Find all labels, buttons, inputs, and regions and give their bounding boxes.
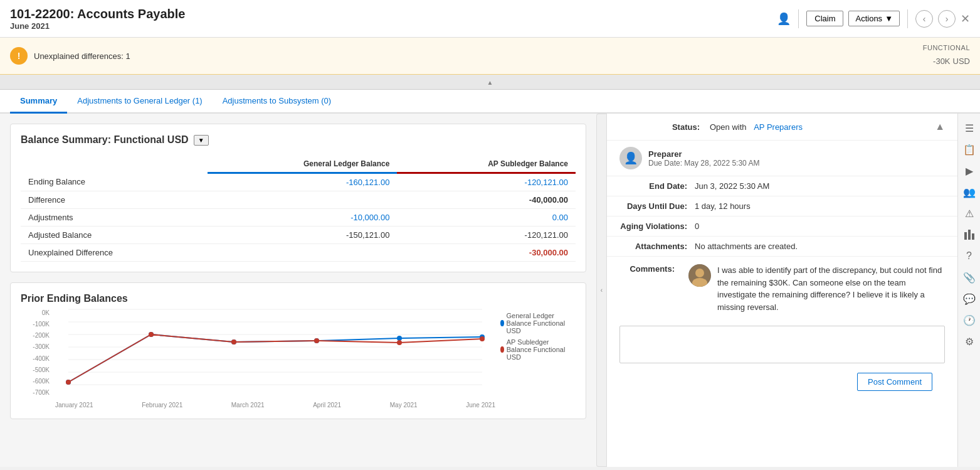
preparer-name: Preparer — [648, 149, 759, 159]
end-date-label: End Date: — [607, 181, 695, 191]
balance-row-0: Ending Balance-160,121.00-120,121.00 — [21, 173, 576, 191]
x-label-jan: January 2021 — [55, 402, 93, 409]
attachments-row: Attachments: No attachments are created. — [607, 237, 957, 257]
balance-summary-title: Balance Summary: Functional USD ▼ — [21, 134, 576, 146]
ap-dot-feb — [149, 332, 154, 337]
days-until-due-row: Days Until Due: 1 day, 12 hours — [607, 196, 957, 216]
aging-violations-label: Aging Violations: — [607, 222, 695, 231]
chart-svg — [55, 309, 495, 397]
actions-label: Actions — [855, 14, 882, 23]
sidebar-list-icon[interactable]: ☰ — [960, 119, 979, 137]
comment-body: I was able to identify part of the discr… — [717, 264, 945, 313]
x-label-jun: June 2021 — [466, 402, 495, 409]
balance-summary-dropdown[interactable]: ▼ — [194, 135, 209, 146]
warning-message: Unexplained differences: 1 — [34, 51, 130, 61]
row-gl-3: -150,121.00 — [208, 227, 398, 244]
ap-dot-apr — [314, 338, 319, 343]
x-label-may: May 2021 — [390, 402, 418, 409]
warning-icon: ! — [10, 47, 28, 65]
sidebar-help-icon[interactable]: ? — [960, 247, 979, 265]
svg-rect-12 — [972, 233, 974, 240]
header-right: 👤 Claim Actions ▼ ‹ › ✕ — [777, 9, 970, 28]
claim-button[interactable]: Claim — [806, 11, 843, 26]
sidebar-warning-icon[interactable]: ⚠ — [960, 204, 979, 223]
warning-banner: ! Unexplained differences: 1 FUNCTIONAL … — [0, 38, 980, 75]
collapse-handle[interactable]: ‹ — [596, 114, 606, 467]
tab-summary-label: Summary — [20, 96, 57, 105]
account-title: 101-22200: Accounts Payable — [10, 7, 185, 21]
right-panel-wrapper: ‹ Status: Open with AP Preparers ▲ 👤 Pre… — [596, 114, 980, 467]
tab-adjustments-gl[interactable]: Adjustments to General Ledger (1) — [67, 90, 212, 114]
status-link[interactable]: AP Preparers — [754, 122, 803, 132]
ap-line — [68, 334, 482, 382]
balance-table: General Ledger Balance AP Subledger Bala… — [21, 156, 576, 262]
balance-row-1: Difference-40,000.00 — [21, 191, 576, 209]
sidebar-settings-icon[interactable]: ⚙ — [960, 332, 979, 351]
ap-dot-jan — [66, 380, 71, 385]
balance-summary-card: Balance Summary: Functional USD ▼ Genera… — [10, 124, 586, 272]
row-label-2: Adjustments — [21, 209, 208, 227]
sidebar-play-icon[interactable]: ▶ — [960, 161, 979, 180]
warning-left: ! Unexplained differences: 1 — [10, 47, 130, 65]
actions-button[interactable]: Actions ▼ — [848, 11, 900, 26]
collapse-bar[interactable]: ▲ — [0, 75, 980, 90]
row-label-4: Unexplained Difference — [21, 244, 208, 262]
tab-adjustments-subsystem[interactable]: Adjustments to Subsystem (0) — [213, 90, 341, 114]
row-gl-2: -10,000.00 — [208, 209, 398, 227]
preparer-avatar-icon: 👤 — [624, 151, 638, 165]
balance-row-3: Adjusted Balance-150,121.00-120,121.00 — [21, 227, 576, 244]
legend-gl-label: General Ledger Balance Functional USD — [507, 312, 576, 334]
commenter-avatar-svg — [688, 264, 711, 287]
functional-amount: -30KUSD — [923, 51, 970, 68]
nav-next-button[interactable]: › — [938, 10, 956, 28]
sidebar-document-icon[interactable]: 📋 — [960, 140, 979, 159]
tab-adjustments-gl-label: Adjustments to General Ledger (1) — [77, 96, 202, 105]
post-comment-button[interactable]: Post Comment — [857, 373, 932, 391]
preparer-info: Preparer Due Date: May 28, 2022 5:30 AM — [648, 149, 759, 168]
y-label-6: -600K — [21, 378, 50, 385]
balance-summary-title-text: Balance Summary: Functional USD — [21, 134, 189, 146]
gl-dot-may — [397, 336, 402, 341]
legend-gl-dot — [500, 320, 504, 326]
chart-title: Prior Ending Balances — [21, 293, 576, 304]
chart-legend: General Ledger Balance Functional USD AP… — [500, 309, 576, 409]
ap-dot-mar — [231, 339, 236, 344]
legend-ap: AP Subledger Balance Functional USD — [500, 338, 576, 361]
y-label-2: -200K — [21, 332, 50, 339]
close-button[interactable]: ✕ — [961, 12, 970, 26]
preparer-row: 👤 Preparer Due Date: May 28, 2022 5:30 A… — [607, 141, 957, 176]
right-panel-collapse-btn[interactable]: ▲ — [935, 121, 945, 132]
col-label-header — [21, 156, 208, 173]
nav-prev-button[interactable]: ‹ — [915, 10, 933, 28]
sidebar-attachment-icon[interactable]: 📎 — [960, 268, 979, 287]
end-date-value: Jun 3, 2022 5:30 AM — [695, 181, 957, 191]
header-left: 101-22200: Accounts Payable June 2021 — [10, 7, 185, 31]
row-ap-1: -40,000.00 — [397, 191, 576, 209]
y-label-3: -300K — [21, 343, 50, 350]
sidebar-data-icon[interactable] — [960, 225, 979, 244]
left-panel: Balance Summary: Functional USD ▼ Genera… — [0, 114, 596, 467]
tab-summary[interactable]: Summary — [10, 90, 67, 114]
divider-2 — [907, 9, 908, 28]
attachments-label: Attachments: — [607, 242, 695, 251]
aging-violations-row: Aging Violations: 0 — [607, 216, 957, 237]
collapse-icon: ▲ — [487, 79, 493, 86]
col-gl-header: General Ledger Balance — [208, 156, 398, 173]
y-label-4: -400K — [21, 355, 50, 362]
comments-label: Comments: — [619, 264, 682, 313]
preparer-due: Due Date: May 28, 2022 5:30 AM — [648, 159, 759, 168]
actions-dropdown-icon: ▼ — [885, 14, 893, 23]
sidebar-history-icon[interactable]: 🕐 — [960, 311, 979, 329]
legend-gl: General Ledger Balance Functional USD — [500, 312, 576, 334]
svg-rect-11 — [968, 230, 971, 240]
row-gl-4 — [208, 244, 398, 262]
comment-input[interactable] — [619, 326, 945, 363]
sidebar-users-icon[interactable]: 👥 — [960, 183, 979, 201]
legend-ap-label: AP Subledger Balance Functional USD — [507, 338, 576, 361]
x-label-mar: March 2021 — [231, 402, 265, 409]
functional-label: FUNCTIONAL — [923, 44, 970, 51]
divider-1 — [798, 9, 799, 28]
aging-violations-value: 0 — [695, 222, 957, 231]
header: 101-22200: Accounts Payable June 2021 👤 … — [0, 0, 980, 38]
sidebar-chat-icon[interactable]: 💬 — [960, 289, 979, 308]
